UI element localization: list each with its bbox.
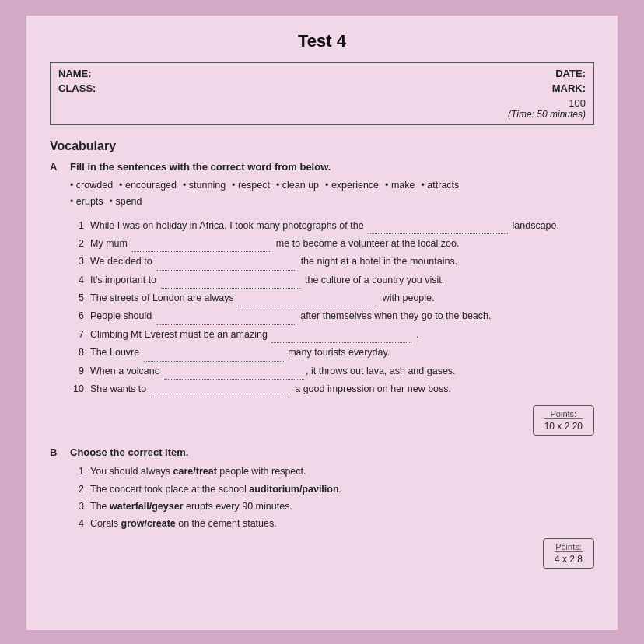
part-b-instruction: Choose the correct item. bbox=[70, 446, 188, 458]
word-bank-line1: • crowded • encouraged • stunning • resp… bbox=[70, 177, 594, 194]
choice-3: 3 The waterfall/geyser erupts every 90 m… bbox=[70, 499, 594, 514]
part-a-header: A Fill in the sentences with the correct… bbox=[50, 161, 594, 173]
sentence-4: 4 It's important to the culture of a cou… bbox=[70, 273, 594, 289]
choice-4-bold: grow/create bbox=[121, 518, 176, 529]
word-bank-line2: • erupts • spend bbox=[70, 194, 594, 210]
points-100: 100 bbox=[569, 97, 586, 109]
blank-2 bbox=[131, 236, 271, 252]
blank-1 bbox=[368, 219, 508, 234]
mark-label: MARK: bbox=[552, 82, 586, 94]
word-make: • make bbox=[385, 177, 415, 194]
blank-3 bbox=[156, 254, 296, 270]
choice-1-bold: care/treat bbox=[173, 466, 217, 477]
part-b-header: B Choose the correct item. bbox=[50, 446, 594, 458]
sentence-3: 3 We decided to the night at a hotel in … bbox=[70, 254, 594, 270]
part-a-letter: A bbox=[50, 161, 62, 173]
blank-6 bbox=[156, 309, 296, 324]
sentence-7: 7 Climbing Mt Everest must be an amazing… bbox=[70, 327, 594, 343]
part-b-points-wrapper: Points: 4 x 2 8 bbox=[50, 538, 594, 569]
part-b-letter: B bbox=[50, 446, 62, 458]
choice-2: 2 The concert took place at the school a… bbox=[70, 482, 594, 497]
word-experience: • experience bbox=[325, 177, 379, 194]
word-erupts: • erupts bbox=[70, 194, 103, 210]
blank-8 bbox=[144, 345, 284, 361]
word-spend: • spend bbox=[110, 194, 142, 210]
part-a-points-box: Points: 10 x 2 20 bbox=[533, 405, 594, 436]
word-crowded: • crowded bbox=[70, 177, 113, 194]
blank-4 bbox=[161, 273, 301, 289]
word-bank: • crowded • encouraged • stunning • resp… bbox=[70, 177, 594, 211]
sentence-8: 8 The Louvre many tourists everyday. bbox=[70, 345, 594, 361]
blank-5 bbox=[238, 291, 378, 306]
name-label: NAME: bbox=[58, 68, 92, 79]
page-title: Test 4 bbox=[50, 31, 594, 51]
class-label: CLASS: bbox=[58, 82, 96, 94]
choice-4: 4 Corals grow/create on the cement statu… bbox=[70, 516, 594, 531]
part-a-points-wrapper: Points: 10 x 2 20 bbox=[50, 405, 594, 436]
blank-9 bbox=[164, 364, 304, 380]
choice-2-bold: auditorium/pavilion bbox=[249, 484, 338, 495]
word-stunning: • stunning bbox=[183, 177, 226, 194]
time-note: (Time: 50 minutes) bbox=[508, 109, 586, 120]
word-attracts: • attracts bbox=[422, 177, 460, 194]
vocabulary-title: Vocabulary bbox=[50, 139, 594, 153]
part-b-points-label: Points: bbox=[555, 542, 583, 551]
blank-7 bbox=[271, 327, 411, 343]
sentence-1: 1 While I was on holiday in Africa, I to… bbox=[70, 219, 594, 234]
part-b-points-value: 4 x 2 8 bbox=[555, 551, 583, 565]
sentence-2: 2 My mum me to become a volunteer at the… bbox=[70, 236, 594, 252]
page: Test 4 NAME: DATE: CLASS: MARK: 100 (Tim… bbox=[26, 16, 618, 630]
choice-list: 1 You should always care/treat people wi… bbox=[70, 464, 594, 532]
sentence-5: 5 The streets of London are always with … bbox=[70, 291, 594, 306]
word-encouraged: • encouraged bbox=[119, 177, 177, 194]
blank-10 bbox=[151, 382, 291, 397]
part-a-instruction: Fill in the sentences with the correct w… bbox=[70, 161, 331, 173]
sentences-list: 1 While I was on holiday in Africa, I to… bbox=[70, 219, 594, 398]
sentence-9: 9 When a volcano , it throws out lava, a… bbox=[70, 364, 594, 380]
date-label: DATE: bbox=[555, 68, 586, 79]
part-b-points-box: Points: 4 x 2 8 bbox=[543, 538, 594, 569]
part-a-points-value: 10 x 2 20 bbox=[544, 418, 583, 432]
choice-3-bold: waterfall/geyser bbox=[110, 501, 184, 512]
word-respect: • respect bbox=[232, 177, 270, 194]
sentence-10: 10 She wants to a good impression on her… bbox=[70, 382, 594, 397]
choice-1: 1 You should always care/treat people wi… bbox=[70, 464, 594, 479]
header-box: NAME: DATE: CLASS: MARK: 100 (Time: 50 m… bbox=[50, 62, 594, 125]
word-cleanup: • clean up bbox=[276, 177, 319, 194]
part-a-points-label: Points: bbox=[544, 409, 583, 418]
sentence-6: 6 People should after themselves when th… bbox=[70, 309, 594, 324]
